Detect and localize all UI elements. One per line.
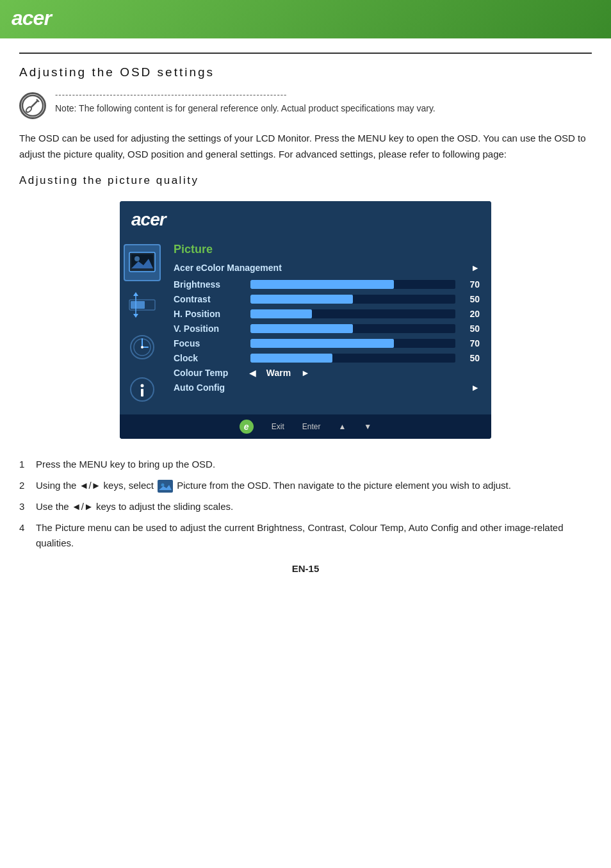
step-text-2: Using the ◄/► keys, select Picture from … [36,478,592,493]
info-icon-wrapper [126,373,159,406]
step-text-1: Press the MENU key to bring up the OSD. [36,457,592,471]
svg-text:acer: acer [131,209,168,228]
main-title: Adjusting the OSD settings [19,65,592,79]
osd-label-contrast: Contrast [174,294,244,304]
osd-value-vposition: 50 [462,323,480,334]
footer-enter-label: Enter [302,422,321,431]
svg-point-2 [25,106,32,113]
footer-exit-label: Exit [272,422,284,431]
sidebar-item-brightness[interactable] [124,286,161,323]
svg-marker-13 [133,292,138,296]
step-num-2: 2 [19,478,36,493]
top-rule [19,53,592,54]
osd-section-title: Picture [174,243,480,256]
svg-rect-22 [141,389,143,397]
step-text-3: Use the ◄/► keys to adjust the sliding s… [36,499,592,514]
step-num-1: 1 [19,457,36,471]
osd-position-icon-wrapper [126,331,159,364]
body-paragraph: The OSD can be used for adjusting the se… [19,131,592,163]
svg-point-19 [141,346,143,348]
osd-row-focus: Focus 70 [174,338,480,348]
footer-down-arrow: ▼ [364,422,371,431]
osd-label-focus: Focus [174,338,244,348]
osd-row-vposition: V. Position 50 [174,323,480,334]
osd-row-clock: Clock 50 [174,353,480,363]
osd-bar-brightness [250,280,455,289]
acer-logo-top: acer [12,6,69,33]
osd-temp-value: Warm [261,368,296,378]
footer-item-e: e [240,420,254,434]
osd-bar-fill-contrast [250,295,353,304]
osd-value-focus: 70 [462,338,480,348]
osd-arrow-autoconfig: ► [471,382,480,393]
osd-label-hposition: H. Position [174,309,244,319]
osd-mockup: acer [120,201,491,439]
osd-bar-vposition [250,324,455,333]
step-num-3: 3 [19,499,36,514]
osd-row-ecolor: Acer eColor Management ► [174,263,480,273]
footer-item-exit[interactable]: Exit [272,422,284,431]
osd-row-colourtemp: Colour Temp ◀ Warm ► [174,368,480,378]
sidebar-item-info[interactable] [124,371,161,408]
steps-list: 1 Press the MENU key to bring up the OSD… [19,457,592,550]
osd-bar-focus [250,339,455,348]
note-dashes: ----------------------------------------… [55,90,592,99]
brightness-icon-wrapper [126,288,159,322]
osd-bar-fill-vposition [250,324,353,333]
svg-marker-14 [133,314,138,318]
list-item-1: 1 Press the MENU key to bring up the OSD… [19,457,592,471]
top-bar: acer [0,0,611,38]
list-item-4: 4 The Picture menu can be used to adjust… [19,520,592,550]
osd-bar-fill-hposition [250,309,312,318]
sidebar-item-osd-position[interactable] [124,329,161,366]
osd-main-content: Picture Acer eColor Management ► Brightn… [165,238,491,414]
osd-label-autoconfig: Auto Config [174,382,471,393]
note-content: ----------------------------------------… [55,90,592,115]
sidebar-item-picture[interactable] [124,244,161,281]
osd-bar-clock [250,354,455,363]
list-item-2: 2 Using the ◄/► keys, select Picture fro… [19,478,592,493]
svg-point-21 [141,384,144,387]
osd-row-autoconfig: Auto Config ► [174,382,480,393]
osd-row-brightness: Brightness 70 [174,279,480,290]
osd-bar-fill-clock [250,354,332,363]
osd-row-hposition: H. Position 20 [174,309,480,319]
osd-bar-contrast [250,295,455,304]
osd-label-vposition: V. Position [174,323,244,334]
osd-bar-fill-brightness [250,280,394,289]
e-logo-icon: e [240,420,254,434]
osd-body: Picture Acer eColor Management ► Brightn… [120,238,491,414]
footer-up-arrow: ▲ [338,422,346,431]
osd-label-clock: Clock [174,353,244,363]
osd-value-brightness: 70 [462,279,480,290]
picture-icon-wrapper [126,246,159,279]
content-area: Adjusting the OSD settings -------------… [0,65,611,574]
step-text-4: The Picture menu can be used to adjust t… [36,520,592,550]
svg-point-8 [134,256,140,261]
osd-arrow-ecolor: ► [471,263,480,273]
osd-value-contrast: 50 [462,294,480,304]
osd-header: acer [120,201,491,238]
osd-acer-logo: acer [131,209,480,233]
osd-value-hposition: 20 [462,309,480,319]
osd-footer: e Exit Enter ▲ ▼ [120,414,491,439]
osd-sidebar [120,238,165,414]
osd-label-colourtemp: Colour Temp [174,368,244,378]
page-number: EN-15 [19,563,592,574]
svg-text:acer: acer [12,6,53,29]
osd-value-clock: 50 [462,353,480,363]
svg-rect-11 [131,301,145,309]
step-num-4: 4 [19,520,36,535]
footer-item-down[interactable]: ▼ [364,422,371,431]
inline-picture-icon [158,480,173,493]
footer-item-enter[interactable]: Enter [302,422,321,431]
svg-point-24 [161,483,165,486]
svg-line-3 [31,101,38,107]
note-icon [19,92,46,119]
osd-label-ecolor: Acer eColor Management [174,263,471,273]
note-text: Note: The following content is for gener… [55,102,592,115]
osd-temp-left-arrow: ◀ [249,368,256,378]
footer-item-up[interactable]: ▲ [338,422,346,431]
osd-bar-fill-focus [250,339,394,348]
osd-bar-hposition [250,309,455,318]
